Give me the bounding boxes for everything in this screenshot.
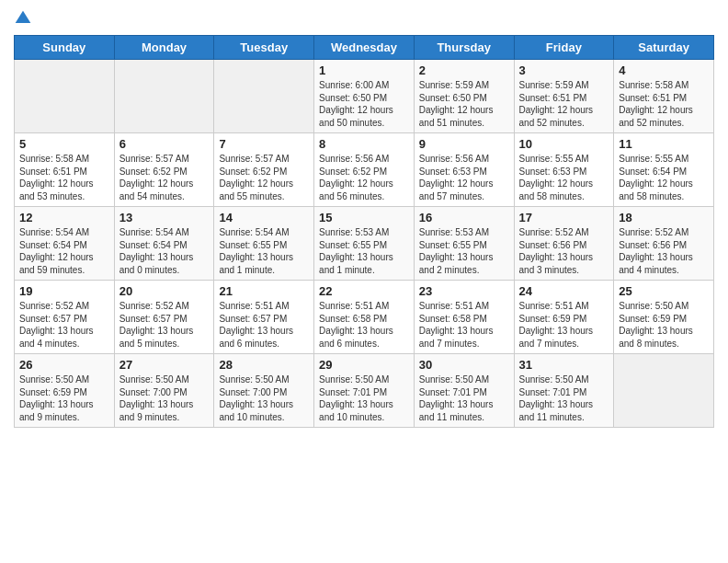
day-number: 2 [419, 63, 509, 77]
cell-info: Sunrise: 5:52 AMSunset: 6:57 PMDaylight:… [19, 300, 109, 350]
day-number: 30 [419, 358, 509, 372]
day-header: Tuesday [214, 36, 314, 60]
calendar-cell: 4Sunrise: 5:58 AMSunset: 6:51 PMDaylight… [614, 60, 714, 133]
calendar-cell: 15Sunrise: 5:53 AMSunset: 6:55 PMDayligh… [314, 207, 415, 281]
calendar-cell: 1Sunrise: 6:00 AMSunset: 6:50 PMDaylight… [314, 60, 415, 133]
calendar-cell [15, 60, 115, 133]
calendar-cell: 25Sunrise: 5:50 AMSunset: 6:59 PMDayligh… [614, 281, 714, 354]
cell-info: Sunrise: 5:59 AMSunset: 6:50 PMDaylight:… [419, 79, 509, 129]
day-number: 8 [319, 137, 409, 151]
cell-info: Sunrise: 5:51 AMSunset: 6:59 PMDaylight:… [519, 300, 609, 350]
cell-info: Sunrise: 5:50 AMSunset: 7:00 PMDaylight:… [119, 373, 210, 423]
logo [14, 9, 36, 28]
cell-info: Sunrise: 5:50 AMSunset: 7:01 PMDaylight:… [419, 373, 509, 423]
calendar-cell: 12Sunrise: 5:54 AMSunset: 6:54 PMDayligh… [15, 207, 115, 281]
day-number: 5 [19, 137, 109, 151]
cell-info: Sunrise: 5:57 AMSunset: 6:52 PMDaylight:… [219, 153, 309, 202]
calendar-cell: 29Sunrise: 5:50 AMSunset: 7:01 PMDayligh… [314, 354, 415, 428]
cell-info: Sunrise: 5:53 AMSunset: 6:55 PMDaylight:… [419, 226, 509, 276]
day-number: 23 [419, 284, 509, 298]
calendar-cell: 14Sunrise: 5:54 AMSunset: 6:55 PMDayligh… [214, 207, 314, 281]
day-header: Thursday [414, 36, 514, 60]
day-number: 13 [119, 211, 210, 224]
day-number: 24 [519, 284, 609, 298]
calendar-table: SundayMondayTuesdayWednesdayThursdayFrid… [14, 35, 714, 428]
cell-info: Sunrise: 5:58 AMSunset: 6:51 PMDaylight:… [619, 79, 709, 129]
day-number: 4 [619, 63, 709, 77]
day-number: 10 [519, 137, 609, 151]
day-number: 11 [619, 137, 709, 151]
cell-info: Sunrise: 5:56 AMSunset: 6:53 PMDaylight:… [419, 153, 509, 202]
calendar-cell: 13Sunrise: 5:54 AMSunset: 6:54 PMDayligh… [114, 207, 214, 281]
svg-marker-0 [16, 11, 31, 23]
day-number: 21 [219, 284, 309, 298]
calendar-cell: 19Sunrise: 5:52 AMSunset: 6:57 PMDayligh… [15, 281, 115, 354]
calendar-cell: 8Sunrise: 5:56 AMSunset: 6:52 PMDaylight… [314, 133, 415, 207]
day-number: 22 [319, 284, 409, 298]
cell-info: Sunrise: 5:54 AMSunset: 6:54 PMDaylight:… [119, 226, 210, 276]
day-number: 28 [219, 358, 309, 372]
cell-info: Sunrise: 5:51 AMSunset: 6:58 PMDaylight:… [419, 300, 509, 350]
cell-info: Sunrise: 5:54 AMSunset: 6:55 PMDaylight:… [219, 226, 309, 276]
cell-info: Sunrise: 5:52 AMSunset: 6:57 PMDaylight:… [119, 300, 210, 350]
day-number: 14 [219, 211, 309, 224]
calendar-cell: 10Sunrise: 5:55 AMSunset: 6:53 PMDayligh… [514, 133, 614, 207]
day-number: 29 [319, 358, 409, 372]
cell-info: Sunrise: 5:55 AMSunset: 6:53 PMDaylight:… [519, 153, 609, 202]
cell-info: Sunrise: 6:00 AMSunset: 6:50 PMDaylight:… [319, 79, 409, 129]
day-number: 25 [619, 284, 709, 298]
calendar-cell: 3Sunrise: 5:59 AMSunset: 6:51 PMDaylight… [514, 60, 614, 133]
calendar-cell [114, 60, 214, 133]
cell-info: Sunrise: 5:50 AMSunset: 7:00 PMDaylight:… [219, 373, 309, 423]
cell-info: Sunrise: 5:51 AMSunset: 6:57 PMDaylight:… [219, 300, 309, 350]
logo-icon [14, 9, 32, 28]
day-header: Monday [114, 36, 214, 60]
calendar-week-row: 19Sunrise: 5:52 AMSunset: 6:57 PMDayligh… [15, 281, 714, 354]
calendar-cell: 27Sunrise: 5:50 AMSunset: 7:00 PMDayligh… [114, 354, 214, 428]
cell-info: Sunrise: 5:55 AMSunset: 6:54 PMDaylight:… [619, 153, 709, 202]
day-header: Friday [514, 36, 614, 60]
calendar-cell: 21Sunrise: 5:51 AMSunset: 6:57 PMDayligh… [214, 281, 314, 354]
calendar-cell: 30Sunrise: 5:50 AMSunset: 7:01 PMDayligh… [414, 354, 514, 428]
cell-info: Sunrise: 5:50 AMSunset: 7:01 PMDaylight:… [319, 373, 409, 423]
calendar-cell [214, 60, 314, 133]
cell-info: Sunrise: 5:57 AMSunset: 6:52 PMDaylight:… [119, 153, 210, 202]
cell-info: Sunrise: 5:50 AMSunset: 6:59 PMDaylight:… [619, 300, 709, 350]
day-number: 27 [119, 358, 210, 372]
cell-info: Sunrise: 5:54 AMSunset: 6:54 PMDaylight:… [19, 226, 109, 276]
day-number: 7 [219, 137, 309, 151]
calendar-cell: 11Sunrise: 5:55 AMSunset: 6:54 PMDayligh… [614, 133, 714, 207]
calendar-cell: 28Sunrise: 5:50 AMSunset: 7:00 PMDayligh… [214, 354, 314, 428]
calendar-week-row: 5Sunrise: 5:58 AMSunset: 6:51 PMDaylight… [15, 133, 714, 207]
calendar-cell: 26Sunrise: 5:50 AMSunset: 6:59 PMDayligh… [15, 354, 115, 428]
calendar-cell: 9Sunrise: 5:56 AMSunset: 6:53 PMDaylight… [414, 133, 514, 207]
day-header: Saturday [614, 36, 714, 60]
calendar-cell: 5Sunrise: 5:58 AMSunset: 6:51 PMDaylight… [15, 133, 115, 207]
days-header-row: SundayMondayTuesdayWednesdayThursdayFrid… [15, 36, 714, 60]
day-number: 9 [419, 137, 509, 151]
day-number: 20 [119, 284, 210, 298]
day-number: 12 [19, 211, 109, 224]
cell-info: Sunrise: 5:52 AMSunset: 6:56 PMDaylight:… [519, 226, 609, 276]
day-number: 31 [519, 358, 609, 372]
calendar-cell: 24Sunrise: 5:51 AMSunset: 6:59 PMDayligh… [514, 281, 614, 354]
cell-info: Sunrise: 5:56 AMSunset: 6:52 PMDaylight:… [319, 153, 409, 202]
day-number: 15 [319, 211, 409, 224]
day-number: 3 [519, 63, 609, 77]
calendar-cell: 7Sunrise: 5:57 AMSunset: 6:52 PMDaylight… [214, 133, 314, 207]
day-number: 18 [619, 211, 709, 224]
calendar-cell [614, 354, 714, 428]
cell-info: Sunrise: 5:50 AMSunset: 7:01 PMDaylight:… [519, 373, 609, 423]
calendar-week-row: 26Sunrise: 5:50 AMSunset: 6:59 PMDayligh… [15, 354, 714, 428]
calendar-cell: 17Sunrise: 5:52 AMSunset: 6:56 PMDayligh… [514, 207, 614, 281]
cell-info: Sunrise: 5:59 AMSunset: 6:51 PMDaylight:… [519, 79, 609, 129]
day-number: 16 [419, 211, 509, 224]
calendar-cell: 23Sunrise: 5:51 AMSunset: 6:58 PMDayligh… [414, 281, 514, 354]
day-number: 17 [519, 211, 609, 224]
calendar-cell: 2Sunrise: 5:59 AMSunset: 6:50 PMDaylight… [414, 60, 514, 133]
cell-info: Sunrise: 5:52 AMSunset: 6:56 PMDaylight:… [619, 226, 709, 276]
cell-info: Sunrise: 5:58 AMSunset: 6:51 PMDaylight:… [19, 153, 109, 202]
calendar-cell: 22Sunrise: 5:51 AMSunset: 6:58 PMDayligh… [314, 281, 415, 354]
day-header: Wednesday [314, 36, 415, 60]
calendar-cell: 16Sunrise: 5:53 AMSunset: 6:55 PMDayligh… [414, 207, 514, 281]
